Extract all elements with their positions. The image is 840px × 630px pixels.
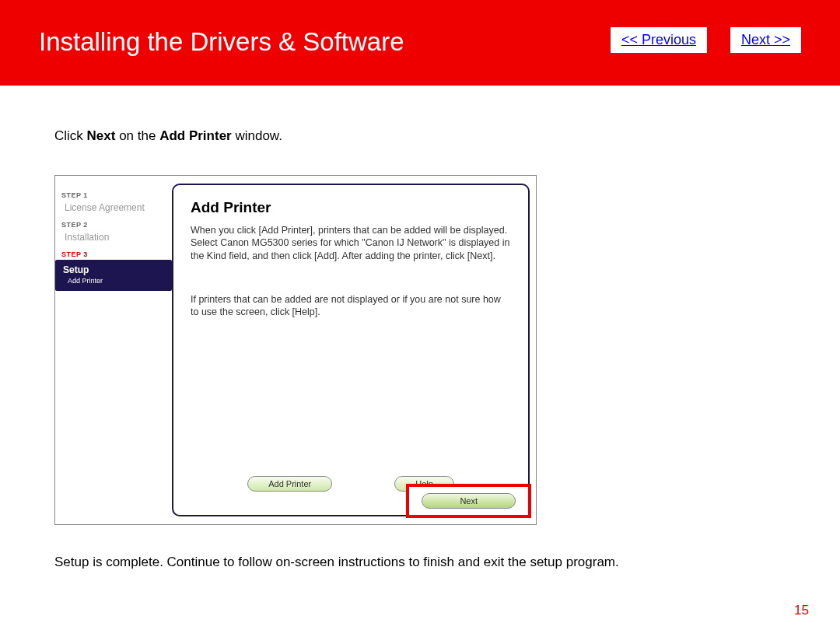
step1-name: License Agreement bbox=[61, 201, 172, 215]
dialog-para2: If printers that can be added are not di… bbox=[191, 293, 511, 319]
dialog-heading: Add Printer bbox=[191, 199, 511, 216]
wizard-sidebar: STEP 1 License Agreement STEP 2 Installa… bbox=[55, 176, 172, 524]
step3-label: STEP 3 bbox=[61, 250, 172, 258]
text: Click bbox=[54, 128, 87, 143]
bold-addprinter: Add Printer bbox=[159, 128, 232, 143]
setup-label: Setup bbox=[63, 264, 167, 275]
completion-text: Setup is complete. Continue to follow on… bbox=[54, 555, 786, 570]
text: window. bbox=[232, 128, 282, 143]
add-printer-sub: Add Printer bbox=[63, 277, 167, 285]
page-number: 15 bbox=[794, 603, 809, 618]
text: on the bbox=[115, 128, 159, 143]
instruction-text: Click Next on the Add Printer window. bbox=[54, 128, 786, 144]
add-printer-button[interactable]: Add Printer bbox=[247, 476, 332, 492]
page-title: Installing the Drivers & Software bbox=[39, 27, 404, 57]
next-highlight: Next bbox=[406, 484, 531, 518]
next-link[interactable]: Next >> bbox=[730, 27, 801, 53]
dialog-body: Add Printer When you click [Add Printer]… bbox=[172, 184, 530, 516]
next-button[interactable]: Next bbox=[422, 493, 516, 509]
step1-label: STEP 1 bbox=[61, 191, 172, 199]
step3-active: Setup Add Printer bbox=[55, 260, 172, 291]
dialog-para1: When you click [Add Printer], printers t… bbox=[191, 224, 511, 262]
content: Click Next on the Add Printer window. ST… bbox=[0, 86, 840, 570]
screenshot-dialog: STEP 1 License Agreement STEP 2 Installa… bbox=[54, 175, 537, 525]
step2-label: STEP 2 bbox=[61, 221, 172, 229]
page-header: Installing the Drivers & Software << Pre… bbox=[0, 0, 840, 86]
step2-name: Installation bbox=[61, 230, 172, 244]
previous-link[interactable]: << Previous bbox=[611, 27, 707, 53]
bold-next: Next bbox=[87, 128, 116, 143]
nav-buttons: << Previous Next >> bbox=[611, 27, 801, 53]
